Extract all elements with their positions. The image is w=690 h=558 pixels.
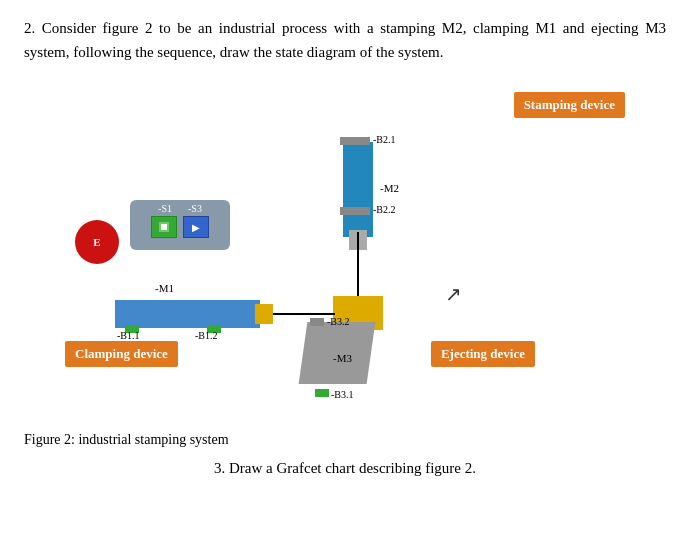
- stamping-device-label: Stamping device: [514, 92, 625, 118]
- sensor-labels: -S1 -S3: [158, 203, 202, 214]
- m2-cylinder-body: [343, 142, 373, 237]
- svg-rect-1: [161, 224, 167, 230]
- run-button[interactable]: ▶: [183, 216, 209, 238]
- b22-sensor-box: [340, 207, 370, 215]
- m1-label: -M1: [155, 282, 174, 294]
- b22-label: -B2.2: [373, 204, 396, 215]
- question-3-text: 3. Draw a Grafcet chart describing figur…: [24, 456, 666, 480]
- vertical-line-m2: [357, 232, 359, 297]
- question-2-text: 2. Consider figure 2 to be an industrial…: [24, 16, 666, 64]
- m1-cylinder-body: [115, 300, 260, 328]
- horizontal-line-m1: [273, 313, 335, 315]
- b31-sensor-box: [315, 389, 329, 397]
- b12-label: -B1.2: [195, 330, 218, 341]
- b11-label: -B1.1: [117, 330, 140, 341]
- control-buttons: ▶: [151, 216, 209, 238]
- control-panel: -S1 -S3 ▶: [130, 200, 230, 250]
- cursor-icon: ↗: [445, 282, 462, 306]
- diagram-container: Stamping device E -S1 -S3 ▶ -M2 -B2.1 -B…: [55, 82, 635, 422]
- e-label: E: [93, 236, 100, 248]
- start-button[interactable]: [151, 216, 177, 238]
- question-body: Consider figure 2 to be an industrial pr…: [24, 20, 666, 60]
- s1-label: -S1: [158, 203, 172, 214]
- question-number: 2.: [24, 20, 35, 36]
- ejecting-device-label: Ejecting device: [431, 341, 535, 367]
- b32-label: -B3.2: [327, 316, 350, 327]
- figure-caption: Figure 2: industrial stamping system: [24, 432, 666, 448]
- b21-sensor-box: [340, 137, 370, 145]
- s3-label: -S3: [188, 203, 202, 214]
- b32-sensor-box: [310, 318, 324, 326]
- clamping-device-label: Clamping device: [65, 341, 178, 367]
- emergency-button: E: [75, 220, 119, 264]
- m2-label: -M2: [380, 182, 399, 194]
- m3-label: -M3: [333, 352, 352, 364]
- b31-label: -B3.1: [331, 389, 354, 400]
- b21-label: -B2.1: [373, 134, 396, 145]
- m1-piston: [255, 304, 273, 324]
